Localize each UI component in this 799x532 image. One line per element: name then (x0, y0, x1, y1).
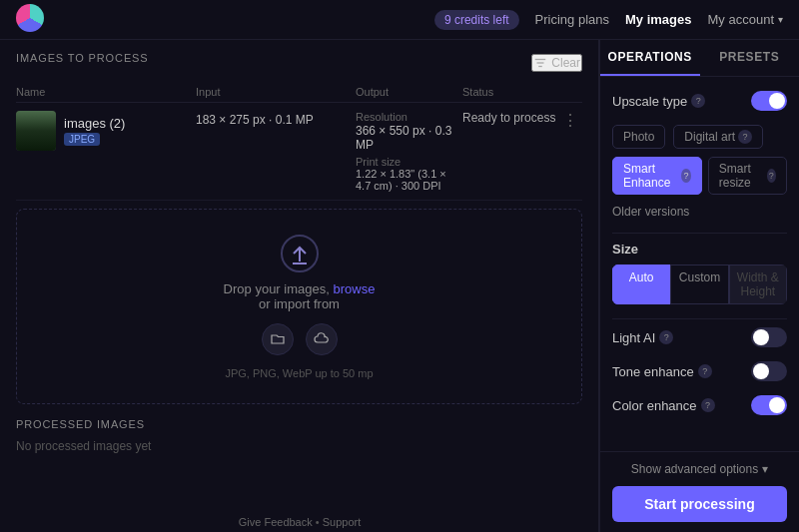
images-header: IMAGES TO PROCESS Clear (16, 52, 582, 74)
file-types-label: JPG, PNG, WebP up to 50 mp (33, 367, 565, 379)
left-panel: IMAGES TO PROCESS Clear Name Input Outpu… (0, 40, 599, 532)
col-input: Input (196, 86, 356, 98)
no-processed-text: No processed images yet (16, 439, 582, 453)
size-wh-button[interactable]: Width & Height (729, 265, 787, 304)
size-auto-button[interactable]: Auto (612, 265, 670, 304)
upload-icon (280, 234, 320, 273)
output-resolution: 366 × 550 px · 0.3 MP (356, 124, 462, 152)
clear-label: Clear (551, 56, 580, 70)
col-output: Output (356, 86, 462, 98)
smart-btn-group: Smart Enhance ? Smart resize ? (612, 157, 787, 195)
more-options-button[interactable]: ⋮ (562, 111, 582, 130)
upscale-type-toggle[interactable] (751, 91, 787, 111)
right-tabs: OPERATIONS PRESETS (600, 40, 799, 77)
status-badge: Ready to process (462, 111, 562, 125)
color-enhance-label: Color enhance ? (612, 398, 715, 413)
color-enhance-toggle[interactable] (751, 395, 787, 415)
show-advanced-btn[interactable]: Show advanced options ▾ (612, 462, 787, 476)
support-link[interactable]: Support (323, 516, 362, 528)
advanced-chevron-icon: ▾ (762, 462, 768, 476)
light-ai-info-icon[interactable]: ? (659, 330, 673, 344)
digital-art-button[interactable]: Digital art ? (673, 125, 763, 149)
drop-text: Drop your images, browse or import from (33, 281, 565, 311)
or-import-text: or import from (259, 296, 340, 311)
logo-icon (16, 4, 44, 32)
file-thumbnail (16, 111, 56, 151)
tone-enhance-info-icon[interactable]: ? (698, 364, 712, 378)
col-actions (562, 86, 582, 98)
file-cell: images (2) JPEG (16, 111, 196, 151)
upscale-type-label: Upscale type ? (612, 94, 705, 109)
output-resolution-label: Resolution (356, 111, 462, 123)
output-print-label: Print size (356, 156, 462, 168)
tone-enhance-row: Tone enhance ? (612, 361, 787, 381)
output-cell: Resolution 366 × 550 px · 0.3 MP Print s… (356, 111, 462, 192)
tab-presets[interactable]: PRESETS (700, 40, 800, 76)
smart-resize-button[interactable]: Smart resize ? (708, 157, 787, 195)
browse-link[interactable]: browse (333, 281, 375, 296)
color-enhance-info-icon[interactable]: ? (701, 398, 715, 412)
main-layout: IMAGES TO PROCESS Clear Name Input Outpu… (0, 40, 799, 532)
table-header: Name Input Output Status (16, 82, 582, 103)
chevron-down-icon: ▾ (778, 14, 783, 25)
light-ai-toggle[interactable] (751, 327, 787, 347)
clear-button[interactable]: Clear (531, 54, 582, 72)
right-content: Upscale type ? Photo Digital art ? Smart… (600, 77, 799, 451)
upscale-type-info-icon[interactable]: ? (691, 94, 705, 108)
color-enhance-row: Color enhance ? (612, 395, 787, 415)
smart-enhance-button[interactable]: Smart Enhance ? (612, 157, 702, 195)
size-label: Size (612, 242, 787, 257)
feedback-link[interactable]: Give Feedback (239, 516, 313, 528)
divider-2 (612, 318, 787, 319)
drop-label: Drop your images, (224, 281, 330, 296)
photo-button[interactable]: Photo (612, 125, 665, 149)
cloud-import-icon[interactable] (306, 323, 338, 355)
digital-art-info-icon[interactable]: ? (738, 130, 752, 144)
upscale-type-row: Upscale type ? (612, 91, 787, 111)
account-label: My account (708, 12, 774, 27)
photo-digital-row: Photo Digital art ? (612, 125, 787, 149)
right-panel: OPERATIONS PRESETS Upscale type ? Photo … (599, 40, 799, 532)
size-btn-group: Auto Custom Width & Height (612, 265, 787, 304)
images-section-title: IMAGES TO PROCESS (16, 52, 149, 64)
my-images-link[interactable]: My images (625, 12, 691, 27)
table-row: images (2) JPEG 183 × 275 px · 0.1 MP Re… (16, 103, 582, 201)
file-name: images (2) (64, 116, 125, 131)
feedback-bar: Give Feedback • Support (0, 510, 599, 532)
start-processing-button[interactable]: Start processing (612, 486, 787, 522)
col-name: Name (16, 86, 196, 98)
light-ai-label: Light AI ? (612, 330, 673, 345)
logo-container (16, 4, 44, 35)
file-badge: JPEG (64, 133, 100, 146)
light-ai-row: Light AI ? (612, 327, 787, 347)
credits-badge[interactable]: 9 credits left (434, 10, 519, 30)
separator: • (316, 516, 320, 528)
filter-icon (533, 56, 547, 70)
folder-import-icon[interactable] (262, 323, 294, 355)
import-icons (33, 323, 565, 355)
input-size: 183 × 275 px · 0.1 MP (196, 111, 356, 127)
tab-operations[interactable]: OPERATIONS (600, 40, 700, 76)
output-print: 1.22 × 1.83" (3.1 × 4.7 cm) · 300 DPI (356, 168, 462, 192)
smart-enhance-info-icon[interactable]: ? (681, 169, 690, 183)
processed-section: PROCESSED IMAGES No processed images yet (16, 416, 582, 453)
size-custom-button[interactable]: Custom (670, 265, 728, 304)
tone-enhance-label: Tone enhance ? (612, 364, 712, 379)
col-status: Status (462, 86, 562, 98)
file-info: images (2) JPEG (64, 116, 125, 146)
digital-art-label: Digital art (684, 130, 735, 144)
drop-zone[interactable]: Drop your images, browse or import from … (16, 209, 582, 404)
top-nav: 9 credits left Pricing plans My images M… (0, 0, 799, 40)
pricing-link[interactable]: Pricing plans (535, 12, 609, 27)
tone-enhance-toggle[interactable] (751, 361, 787, 381)
older-versions-btn[interactable]: Older versions (612, 205, 787, 219)
smart-resize-info-icon[interactable]: ? (767, 169, 776, 183)
processed-section-title: PROCESSED IMAGES (16, 418, 145, 430)
divider-1 (612, 233, 787, 234)
my-account-link[interactable]: My account ▾ (708, 12, 783, 27)
right-bottom: Show advanced options ▾ Start processing (600, 451, 799, 532)
